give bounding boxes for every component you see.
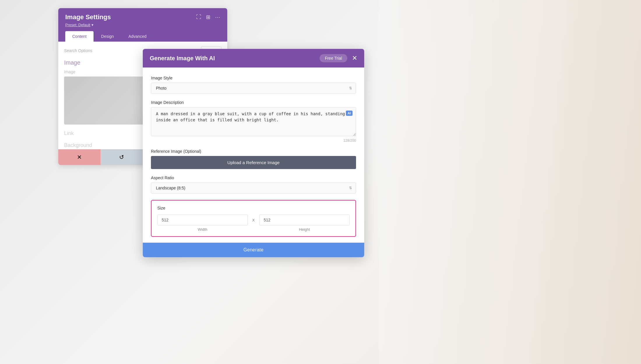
width-group: Width bbox=[157, 214, 248, 232]
search-input-placeholder[interactable]: Search Options bbox=[64, 47, 152, 55]
height-group: Height bbox=[259, 214, 350, 232]
aspect-ratio-label: Aspect Ratio bbox=[151, 175, 356, 180]
char-count: 128/200 bbox=[151, 139, 356, 143]
tab-design[interactable]: Design bbox=[94, 31, 121, 42]
panel-title: Image Settings bbox=[65, 13, 111, 21]
modal-body: Image Style Photo Illustration Painting … bbox=[143, 68, 364, 237]
height-label: Height bbox=[259, 227, 350, 232]
image-style-group: Image Style Photo Illustration Painting … bbox=[151, 76, 356, 94]
size-section: Size Width x Height bbox=[151, 200, 356, 237]
image-description-textarea-wrapper: AI bbox=[151, 107, 356, 137]
layout-icon[interactable]: ⊞ bbox=[206, 14, 210, 20]
reference-image-group: Reference Image (Optional) Upload a Refe… bbox=[151, 149, 356, 169]
height-input[interactable] bbox=[259, 214, 350, 225]
ai-badge: AI bbox=[346, 111, 353, 116]
width-input[interactable] bbox=[157, 214, 248, 225]
size-label: Size bbox=[157, 206, 350, 210]
image-description-group: Image Description AI 128/200 bbox=[151, 100, 356, 143]
fullscreen-icon[interactable]: ⛶ bbox=[196, 14, 201, 20]
width-label: Width bbox=[157, 227, 248, 232]
modal-close-button[interactable]: ✕ bbox=[352, 55, 357, 61]
undo-icon: ↺ bbox=[119, 154, 124, 161]
size-x-separator: x bbox=[248, 214, 259, 223]
modal-header: Generate Image With AI Free Trial ✕ bbox=[143, 49, 364, 68]
background-right bbox=[379, 0, 641, 364]
panel-tabs: Content Design Advanced bbox=[65, 31, 220, 42]
aspect-ratio-select[interactable]: Landscape (8:5) Portrait (5:8) Square (1… bbox=[151, 182, 356, 193]
reference-image-label: Reference Image (Optional) bbox=[151, 149, 356, 154]
aspect-ratio-select-wrapper: Landscape (8:5) Portrait (5:8) Square (1… bbox=[151, 182, 356, 193]
free-trial-badge: Free Trial bbox=[320, 54, 347, 62]
panel-preset: Preset: Default ▾ bbox=[65, 23, 220, 27]
upload-reference-button[interactable]: Upload a Reference Image bbox=[151, 156, 356, 169]
panel-header: Image Settings ⛶ ⊞ ⋯ Preset: Default ▾ C… bbox=[58, 8, 227, 42]
generate-button[interactable]: Generate bbox=[143, 243, 364, 257]
aspect-ratio-group: Aspect Ratio Landscape (8:5) Portrait (5… bbox=[151, 175, 356, 193]
image-description-textarea[interactable] bbox=[151, 107, 356, 136]
size-inputs: Width x Height bbox=[157, 214, 350, 232]
modal-header-right: Free Trial ✕ bbox=[320, 54, 357, 62]
image-description-label: Image Description bbox=[151, 100, 356, 105]
tab-content[interactable]: Content bbox=[65, 31, 94, 42]
panel-header-icons: ⛶ ⊞ ⋯ bbox=[196, 14, 220, 20]
close-button[interactable]: ✕ bbox=[58, 149, 101, 165]
close-icon: ✕ bbox=[77, 154, 82, 161]
generate-image-modal: Generate Image With AI Free Trial ✕ Imag… bbox=[143, 49, 364, 257]
undo-button[interactable]: ↺ bbox=[101, 149, 143, 165]
image-style-label: Image Style bbox=[151, 76, 356, 80]
modal-title: Generate Image With AI bbox=[150, 55, 215, 62]
image-style-select[interactable]: Photo Illustration Painting 3D Render bbox=[151, 83, 356, 94]
image-style-select-wrapper: Photo Illustration Painting 3D Render bbox=[151, 83, 356, 94]
more-icon[interactable]: ⋯ bbox=[215, 14, 220, 20]
tab-advanced[interactable]: Advanced bbox=[121, 31, 154, 42]
